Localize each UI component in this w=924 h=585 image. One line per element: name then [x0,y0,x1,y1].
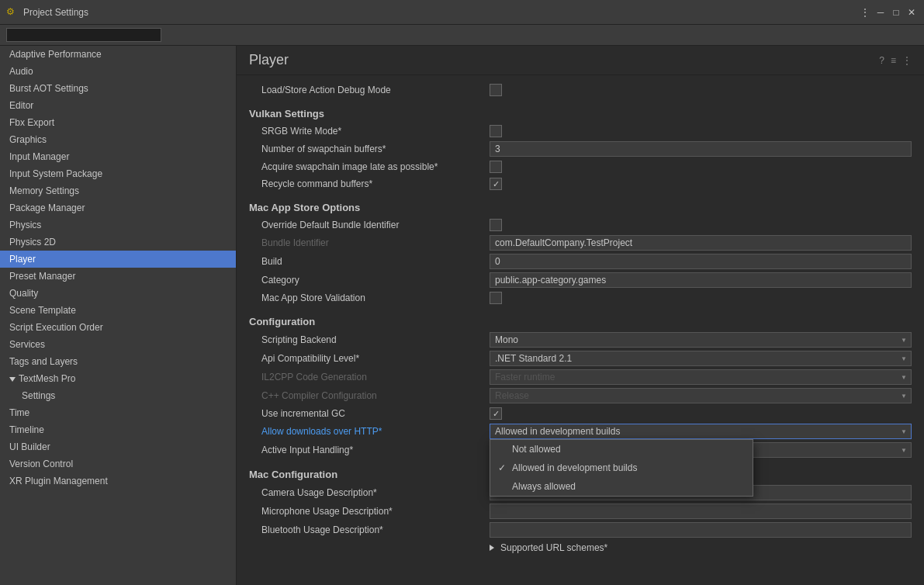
dropdown-popup-item[interactable]: Not allowed [490,440,753,459]
window-controls: ⋮ ─ □ ✕ [859,6,918,19]
sidebar-item-script-execution[interactable]: Script Execution Order [0,319,236,336]
text-input[interactable] [490,272,912,288]
window-title: Project Settings [23,7,88,18]
sidebar-item-input-system[interactable]: Input System Package [0,165,236,182]
settings-row: Mac App Store Validation [249,289,912,306]
settings-row: Supported URL schemes* [249,539,912,556]
expandable-row: Supported URL schemes* [490,542,912,553]
sidebar-item-settings[interactable]: Settings [0,387,236,404]
row-label: Recycle command buffers* [249,178,490,189]
settings-row: SRGB Write Mode* [249,123,912,140]
search-wrap: 🔍 [6,28,161,42]
sidebar-item-scene-template[interactable]: Scene Template [0,302,236,319]
settings-row: Acquire swapchain image late as possible… [249,158,912,175]
sidebar-item-textmesh-pro[interactable]: TextMesh Pro [0,370,236,387]
sidebar-item-quality[interactable]: Quality [0,285,236,302]
expandable-label: Supported URL schemes* [500,542,607,553]
sidebar-item-physics[interactable]: Physics [0,216,236,234]
dropdown[interactable]: Mono [490,332,912,348]
settings-row: Bundle Identifier [249,234,912,252]
menu-button[interactable]: ⋮ [859,6,871,19]
checkbox[interactable] [490,178,502,190]
settings-row: Category [249,271,912,289]
sidebar-item-player[interactable]: Player [0,251,236,268]
dropdown-wrap: .NET Standard 2.1 [490,351,912,366]
settings-row: Scripting BackendMono [249,331,912,349]
checkbox[interactable] [490,219,502,231]
text-input[interactable] [490,504,912,519]
sidebar-item-package-manager[interactable]: Package Manager [0,199,236,216]
dropdown-wrap: Faster runtime [490,369,912,385]
content-scroll[interactable]: Load/Store Action Debug ModeVulkan Setti… [237,75,924,585]
sidebar-item-graphics[interactable]: Graphics [0,131,236,148]
sidebar-item-preset-manager[interactable]: Preset Manager [0,268,236,285]
row-label: Camera Usage Description* [249,487,490,498]
settings-row: IL2CPP Code GenerationFaster runtime [249,368,912,386]
row-label: IL2CPP Code Generation [249,372,490,382]
row-label: Load/Store Action Debug Mode [249,85,490,95]
sidebar-item-ui-builder[interactable]: UI Builder [0,438,236,455]
sidebar-item-memory-settings[interactable]: Memory Settings [0,182,236,199]
text-input[interactable] [490,254,912,269]
checkbox[interactable] [490,125,502,137]
sidebar-item-burst-aot[interactable]: Burst AOT Settings [0,80,236,97]
help-icon[interactable]: ? [879,55,884,66]
checkbox[interactable] [490,292,502,304]
sidebar-item-tags-layers[interactable]: Tags and Layers [0,353,236,370]
text-input[interactable] [490,522,912,538]
checkbox[interactable] [490,161,502,173]
settings-row: Override Default Bundle Identifier [249,216,912,234]
sidebar-item-editor[interactable]: Editor [0,97,236,114]
page-title: Player [249,52,289,68]
row-label: Number of swapchain buffers* [249,144,490,154]
text-input[interactable] [490,141,912,157]
settings-row: Api Compatibility Level*.NET Standard 2.… [249,349,912,368]
row-label: Category [249,275,490,286]
sidebar-item-services[interactable]: Services [0,336,236,353]
search-input[interactable] [6,28,161,42]
settings-row: Bluetooth Usage Description* [249,521,912,539]
text-input[interactable] [490,235,912,251]
row-label: Api Compatibility Level* [249,353,490,364]
dropdown-wrap: Mono [490,332,912,348]
row-label: Override Default Bundle Identifier [249,220,490,230]
row-label: Active Input Handling* [249,445,490,455]
dropdown-popup-item[interactable]: Allowed in development builds [490,459,753,477]
row-label: Microphone Usage Description* [249,506,490,517]
minimize-button[interactable]: ─ [874,6,887,19]
section-header-configuration: Configuration [249,310,912,331]
content-area: Player ? ≡ ⋮ Load/Store Action Debug Mod… [237,46,924,585]
more-icon[interactable]: ⋮ [902,55,912,66]
sidebar-item-physics-2d[interactable]: Physics 2D [0,234,236,251]
sidebar-item-audio[interactable]: Audio [0,63,236,80]
sidebar: Adaptive PerformanceAudioBurst AOT Setti… [0,46,237,585]
dropdown-popup: Not allowedAllowed in development builds… [490,439,753,497]
dropdown[interactable]: Allowed in development builds [490,424,912,439]
settings-row: C++ Compiler ConfigurationRelease [249,386,912,405]
sidebar-item-xr-plugin[interactable]: XR Plugin Management [0,472,236,490]
dropdown[interactable]: Release [490,388,912,403]
layout-icon[interactable]: ≡ [891,55,896,66]
row-label: Scripting Backend [249,334,490,345]
row-label: Use incremental GC [249,408,490,419]
dropdown-popup-item[interactable]: Always allowed [490,477,753,496]
sidebar-item-input-manager[interactable]: Input Manager [0,148,236,165]
settings-row: Number of swapchain buffers* [249,140,912,158]
sidebar-item-timeline[interactable]: Timeline [0,421,236,438]
checkbox[interactable] [490,84,502,96]
maximize-button[interactable]: □ [890,6,902,19]
section-header-mac-app-store: Mac App Store Options [249,196,912,216]
sidebar-item-fbx-export[interactable]: Fbx Export [0,114,236,131]
expand-triangle-icon[interactable] [490,545,494,551]
checkbox[interactable] [490,407,502,420]
dropdown[interactable]: Faster runtime [490,369,912,385]
sidebar-item-version-control[interactable]: Version Control [0,455,236,472]
row-label: Build [249,256,490,267]
row-label[interactable]: Allow downloads over HTTP* [249,426,490,437]
close-button[interactable]: ✕ [905,6,918,19]
dropdown[interactable]: .NET Standard 2.1 [490,351,912,366]
settings-row: Recycle command buffers* [249,175,912,192]
sidebar-item-adaptive-performance[interactable]: Adaptive Performance [0,46,236,63]
settings-row: Use incremental GC [249,405,912,422]
sidebar-item-time[interactable]: Time [0,404,236,421]
